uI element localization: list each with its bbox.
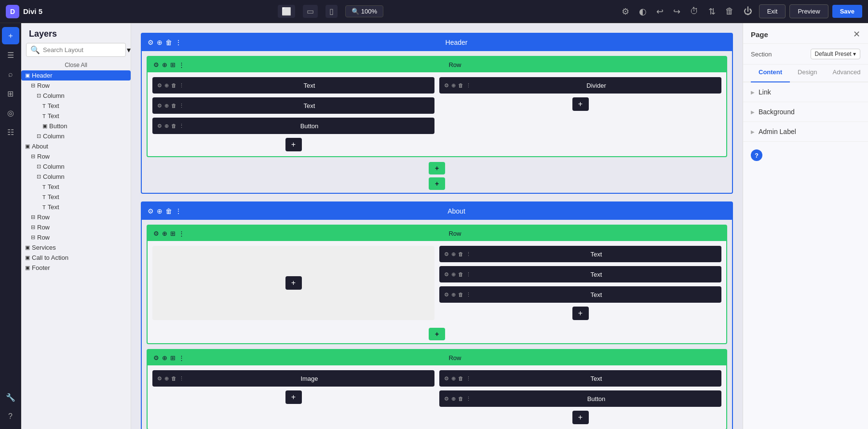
undo-btn[interactable]: ↩	[653, 4, 666, 19]
about-row2-text-module[interactable]: ⚙ ⊕ 🗑 ⋮ Text	[439, 370, 721, 387]
tree-item-text4[interactable]: T Text	[21, 192, 131, 202]
rp-admin-section[interactable]: ▶ Admin Label	[743, 122, 868, 142]
img-settings-icon[interactable]: ⚙	[157, 375, 162, 382]
ar1-copy-icon[interactable]: ⊕	[162, 230, 167, 237]
rail-help-icon[interactable]: ?	[2, 408, 19, 425]
amod1-settings-icon[interactable]: ⚙	[444, 251, 449, 257]
mod4-copy-icon[interactable]: ⊕	[451, 82, 456, 89]
tree-item-header[interactable]: ▣ Header	[21, 70, 131, 80]
about-text3-module[interactable]: ⚙ ⊕ 🗑 ⋮ Text	[439, 286, 721, 303]
header-col2-add-btn[interactable]: +	[572, 97, 589, 111]
tree-item-about[interactable]: ▣ About	[21, 141, 131, 151]
mod2-copy-icon[interactable]: ⊕	[164, 103, 169, 109]
close-all-button[interactable]: Close All	[21, 60, 131, 70]
about-text2-module[interactable]: ⚙ ⊕ 🗑 ⋮ Text	[439, 266, 721, 282]
help-icon[interactable]: ?	[751, 149, 762, 161]
header-col1-add-btn[interactable]: +	[285, 138, 302, 151]
about-row2-button-module[interactable]: ⚙ ⊕ 🗑 ⋮ Button	[439, 390, 721, 407]
tree-item-button1[interactable]: ▣ Button	[21, 121, 131, 131]
tree-item-row3[interactable]: ⊟ Row	[21, 212, 131, 222]
r2b-copy-icon[interactable]: ⊕	[451, 396, 456, 402]
tree-item-text2[interactable]: T Text	[21, 111, 131, 121]
rail-layers-icon[interactable]: ☰	[2, 46, 19, 64]
row-cols-icon[interactable]: ⊞	[170, 61, 176, 68]
ar1-more-icon[interactable]: ⋮	[178, 230, 185, 237]
tree-item-row5[interactable]: ⊟ Row	[21, 232, 131, 242]
amod2-copy-icon[interactable]: ⊕	[451, 271, 456, 278]
row-more-icon[interactable]: ⋮	[178, 61, 185, 68]
img-copy-icon[interactable]: ⊕	[164, 375, 169, 382]
tree-item-row2[interactable]: ⊟ Row	[21, 151, 131, 161]
tree-item-footer[interactable]: ▣ Footer	[21, 263, 131, 273]
tree-item-services[interactable]: ▣ Services	[21, 242, 131, 253]
tree-item-text3[interactable]: T Text	[21, 182, 131, 192]
settings-icon-btn[interactable]: ⚙	[619, 4, 632, 19]
about-settings-icon[interactable]: ⚙	[148, 207, 154, 215]
amod3-settings-icon[interactable]: ⚙	[444, 292, 449, 298]
mod4-delete-icon[interactable]: 🗑	[458, 82, 463, 89]
tree-item-row4[interactable]: ⊟ Row	[21, 222, 131, 232]
ar2-cols-icon[interactable]: ⊞	[170, 354, 176, 362]
r2t-more-icon[interactable]: ⋮	[466, 375, 471, 382]
r2b-settings-icon[interactable]: ⚙	[444, 396, 449, 402]
img-more-icon[interactable]: ⋮	[179, 375, 184, 382]
header-divider-module[interactable]: ⚙ ⊕ 🗑 ⋮ Divider	[439, 77, 721, 94]
amod2-settings-icon[interactable]: ⚙	[444, 271, 449, 278]
r2t-delete-icon[interactable]: 🗑	[458, 375, 463, 382]
redo-btn[interactable]: ↪	[670, 4, 683, 19]
preview-button[interactable]: Preview	[789, 4, 828, 18]
tree-item-text5[interactable]: T Text	[21, 202, 131, 212]
device-tablet-btn[interactable]: ▭	[303, 5, 318, 18]
mod3-delete-icon[interactable]: 🗑	[171, 123, 176, 129]
amod3-more-icon[interactable]: ⋮	[466, 292, 471, 298]
about-more-icon[interactable]: ⋮	[175, 207, 182, 215]
power-btn[interactable]: ⏻	[741, 4, 755, 18]
r2t-settings-icon[interactable]: ⚙	[444, 375, 449, 382]
exit-button[interactable]: Exit	[759, 4, 786, 18]
about-row1-add-btn[interactable]: +	[429, 328, 445, 340]
tree-item-text1[interactable]: T Text	[21, 101, 131, 111]
tree-item-col4[interactable]: ⊡ Column	[21, 172, 131, 182]
mod-settings-icon[interactable]: ⚙	[157, 82, 162, 89]
rp-section-value[interactable]: Default Preset ▾	[811, 49, 860, 59]
ar1-cols-icon[interactable]: ⊞	[170, 230, 176, 237]
tree-item-cta[interactable]: ▣ Call to Action	[21, 253, 131, 263]
amod1-copy-icon[interactable]: ⊕	[451, 251, 456, 257]
header-text2-module[interactable]: ⚙ ⊕ 🗑 ⋮ Text	[152, 97, 434, 114]
tree-item-col2[interactable]: ⊡ Column	[21, 131, 131, 141]
amod3-copy-icon[interactable]: ⊕	[451, 292, 456, 298]
rail-global-icon[interactable]: ◎	[2, 104, 19, 121]
mod-more-icon[interactable]: ⋮	[179, 82, 184, 89]
trash-btn[interactable]: 🗑	[722, 4, 737, 18]
tree-item-col1[interactable]: ⊡ Column	[21, 91, 131, 101]
mod3-settings-icon[interactable]: ⚙	[157, 123, 162, 129]
rp-tab-advanced[interactable]: Advanced	[825, 65, 868, 82]
ar2-settings-icon[interactable]: ⚙	[153, 354, 159, 362]
header-text1-module[interactable]: ⚙ ⊕ 🗑 ⋮ Text	[152, 77, 434, 94]
about-text1-module[interactable]: ⚙ ⊕ 🗑 ⋮ Text	[439, 246, 721, 262]
rail-modules-icon[interactable]: ⊞	[2, 85, 19, 102]
about-copy-icon[interactable]: ⊕	[157, 207, 163, 215]
rail-wrench-icon[interactable]: 🔧	[2, 389, 19, 406]
portability-btn[interactable]: ⇅	[705, 4, 719, 19]
r2b-delete-icon[interactable]: 🗑	[458, 396, 463, 402]
rp-tab-design[interactable]: Design	[790, 65, 825, 82]
mod4-settings-icon[interactable]: ⚙	[444, 82, 449, 89]
device-mobile-btn[interactable]: ▯	[326, 5, 338, 18]
rail-add-icon[interactable]: ＋	[2, 27, 19, 44]
about-image-add-btn[interactable]: +	[285, 390, 302, 404]
mod2-delete-icon[interactable]: 🗑	[171, 103, 176, 109]
about-delete-icon[interactable]: 🗑	[165, 207, 172, 215]
amod1-more-icon[interactable]: ⋮	[466, 251, 471, 257]
rp-close-button[interactable]: ✕	[853, 29, 860, 40]
rail-settings-icon[interactable]: ☷	[2, 123, 19, 141]
history-btn[interactable]: ⏱	[687, 4, 702, 18]
mod3-copy-icon[interactable]: ⊕	[164, 123, 169, 129]
mod4-more-icon[interactable]: ⋮	[466, 82, 471, 89]
settings-icon[interactable]: ⚙	[148, 39, 154, 46]
header-add-row-btn[interactable]: +	[429, 162, 445, 174]
mod-delete-icon[interactable]: 🗑	[171, 82, 176, 89]
amod2-delete-icon[interactable]: 🗑	[458, 271, 463, 278]
ar1-settings-icon[interactable]: ⚙	[153, 230, 159, 237]
mod2-settings-icon[interactable]: ⚙	[157, 103, 162, 109]
